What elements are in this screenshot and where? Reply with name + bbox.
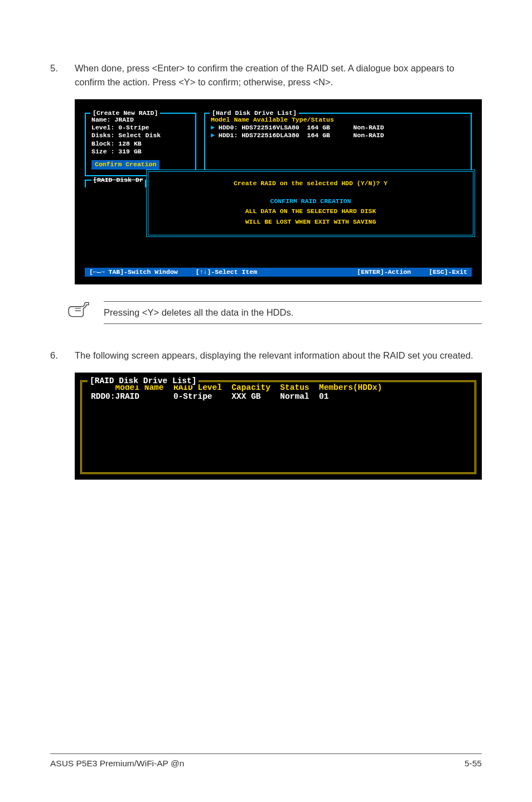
note-text: Pressing <Y> deletes all the data in the… [104, 307, 293, 317]
footer-left: ASUS P5E3 Premium/WiFi-AP @n [50, 758, 184, 769]
raid-disk-dr-panel: [RAID Disk Dr [85, 180, 146, 187]
hdd-row-0: ► HDD0: HDS722516VLSA80 164 GB Non-RAID [211, 124, 465, 132]
raid-size-line: Size : 319 GB [91, 148, 190, 156]
dialog-warning-1: ALL DATA ON THE SELECTED HARD DISK [155, 207, 466, 215]
raid-disk-drive-list-row: RDD0:JRAID 0-Stripe XXX GB Normal 01 [91, 392, 466, 401]
raid-disk-dr-title: [RAID Disk Dr [91, 176, 145, 184]
note-row: Pressing <Y> deletes all the data in the… [67, 298, 482, 328]
bios-footer-bar: [←—→ TAB]-Switch Window [↑↓]-Select Item… [85, 268, 472, 277]
raid-disk-drive-list-panel: [RAID Disk Drive List] Model Name RAID L… [80, 380, 476, 474]
raid-disks-line: Disks: Select Disk [91, 132, 190, 139]
raid-block-line: Block: 128 KB [91, 140, 190, 148]
dialog-confirm-title: CONFIRM RAID CREATION [155, 197, 466, 205]
confirm-dialog: Create RAID on the selected HDD (Y/N)? Y… [146, 170, 475, 238]
bios-screenshot-1: [Create New RAID] Name: JRAID Level: 0-S… [75, 99, 482, 285]
step-6-number: 6. [50, 349, 75, 363]
step-5-number: 5. [50, 61, 75, 89]
bios-screenshot-2: [RAID Disk Drive List] Model Name RAID L… [75, 373, 482, 480]
pointing-hand-icon [67, 301, 90, 320]
step-5-text: When done, press <Enter> to confirm the … [75, 61, 482, 89]
step-6-text: The following screen appears, displaying… [75, 349, 482, 363]
footer-enter: [ENTER]-Action [357, 268, 411, 276]
footer-tab: [←—→ TAB]-Switch Window [89, 268, 178, 276]
create-new-raid-panel: [Create New RAID] Name: JRAID Level: 0-S… [85, 113, 196, 176]
footer-esc: [ESC]-Exit [429, 268, 467, 276]
confirm-creation-highlight: Confirm Creation [91, 160, 159, 169]
raid-level-line: Level: 0-Stripe [91, 124, 190, 132]
page-footer: ASUS P5E3 Premium/WiFi-AP @n 5-55 [50, 753, 482, 769]
hdd-row-1: ► HDD1: HDS722516DLA380 164 GB Non-RAID [211, 132, 465, 139]
dialog-prompt: Create RAID on the selected HDD (Y/N)? Y [155, 180, 466, 187]
hard-disk-drive-list-panel: [Hard Disk Drive List] Model Name Availa… [204, 113, 472, 176]
raid-disk-drive-list-title: [RAID Disk Drive List] [88, 376, 199, 385]
footer-right: 5-55 [465, 758, 482, 769]
footer-select: [↑↓]-Select Item [196, 268, 257, 276]
step-5: 5. When done, press <Enter> to confirm t… [50, 61, 482, 89]
hdd-list-title: [Hard Disk Drive List] [210, 109, 299, 117]
create-new-raid-title: [Create New RAID] [90, 109, 160, 117]
dialog-warning-2: WILL BE LOST WHEN EXIT WITH SAVING [155, 218, 466, 226]
step-6: 6. The following screen appears, display… [50, 349, 482, 363]
